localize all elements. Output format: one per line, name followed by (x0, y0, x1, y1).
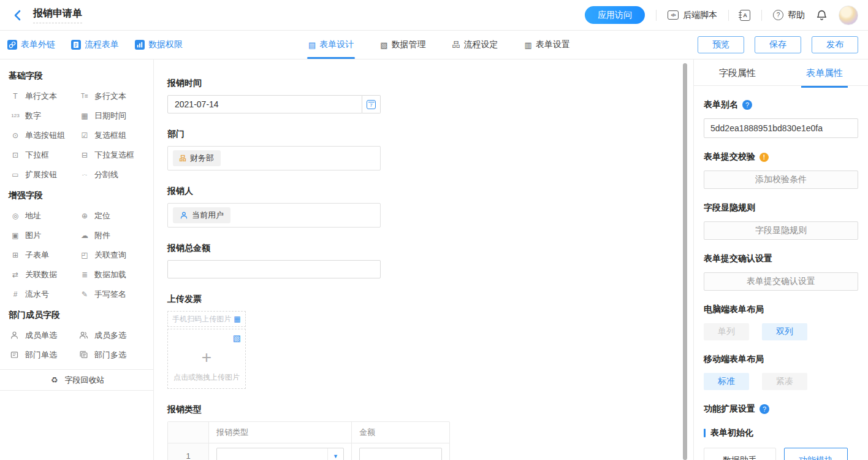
init-tab-data-assistant[interactable]: 数据助手 (704, 448, 776, 460)
expense-type-select[interactable]: ▼ (216, 448, 344, 460)
section-title-dept-member-fields: 部门成员字段 (0, 300, 153, 329)
form-field-amount[interactable]: 报销总金额 (167, 243, 381, 278)
field-item-radio-group[interactable]: ⊙单选按钮组 (10, 129, 79, 141)
field-item-select[interactable]: ⊡下拉框 (10, 149, 79, 161)
date-picker-button[interactable]: 7 (362, 95, 381, 113)
field-label: 报销总金额 (167, 243, 381, 254)
tab-data-manage[interactable]: ▧ 数据管理 (380, 31, 425, 59)
amount-input[interactable] (167, 260, 381, 278)
member-tag: 当前用户 (173, 207, 230, 223)
properties-panel: 字段属性 表单属性 表单别名 ? 表单提交校验 ! 添加校验条件 字段显隐规则 … (693, 59, 868, 460)
field-item-dept-multi[interactable]: 部门多选 (79, 349, 148, 361)
help-icon[interactable]: ? (742, 100, 752, 110)
field-item-member-single[interactable]: 成员单选 (10, 329, 79, 341)
form-field-invoice-upload[interactable]: 上传发票 手机扫码上传图片 ▦ ▧ + 点击或拖拽上传图片 (167, 294, 381, 389)
flow-form-button[interactable]: 流程表单 (71, 39, 119, 50)
field-item-single-line-text[interactable]: T单行文本 (10, 90, 79, 102)
field-item-linked-query[interactable]: ◰关联查询 (79, 249, 148, 261)
tab-form-setting[interactable]: ▥ 表单设置 (525, 31, 570, 59)
dept-picker[interactable]: 品 财务部 (167, 146, 381, 171)
field-item-multi-line-text[interactable]: T≡多行文本 (79, 90, 148, 102)
member-picker[interactable]: 当前用户 (167, 203, 381, 228)
mobile-layout-compact[interactable]: 紧凑 (762, 373, 807, 390)
field-item-checkbox-group[interactable]: ☑复选框组 (79, 129, 148, 141)
field-item-attachment[interactable]: ☁附件 (79, 229, 148, 241)
tab-form-properties[interactable]: 表单属性 (781, 59, 868, 85)
index-header-cell (168, 422, 209, 443)
save-button[interactable]: 保存 (755, 36, 801, 53)
address-icon: ◎ (10, 211, 21, 221)
notification-button[interactable] (816, 9, 828, 21)
form-field-member[interactable]: 报销人 当前用户 (167, 186, 381, 228)
field-label: 报销类型 (167, 404, 381, 415)
tab-field-properties[interactable]: 字段属性 (694, 59, 781, 85)
number-icon: 123 (10, 111, 21, 121)
select-icon: ⊡ (10, 150, 21, 160)
qr-code-icon: ▦ (234, 315, 240, 323)
back-button[interactable] (10, 8, 25, 23)
subform-table: 报销类型 金额 1 ▼ (167, 421, 450, 460)
form-init-label: 表单初始化 (704, 427, 858, 439)
field-item-number[interactable]: 123数字 (10, 110, 79, 121)
field-visibility-button[interactable]: 字段显隐规则 (704, 221, 858, 240)
help-icon[interactable]: ? (760, 404, 769, 414)
form-external-link-button[interactable]: 表单外链 (7, 39, 55, 50)
form-designer-app: 报销申请单 应用访问 </> 后端脚本 A ? 帮助 (0, 0, 868, 460)
field-item-linked-data[interactable]: ⇄关联数据 (10, 269, 79, 280)
form-alias-input[interactable] (704, 118, 858, 138)
field-item-location[interactable]: ⊕定位 (79, 210, 148, 221)
field-item-subform[interactable]: ⊞子表单 (10, 249, 79, 261)
recycle-icon: ♻ (49, 375, 60, 385)
field-label: 报销时间 (167, 78, 381, 89)
field-item-dept-single[interactable]: 部门单选 (10, 349, 79, 361)
person-icon (180, 211, 188, 220)
multi-select-icon: ⊟ (79, 150, 90, 160)
preview-button[interactable]: 预览 (698, 36, 744, 53)
data-permission-button[interactable]: 数据权限 (135, 39, 183, 50)
app-access-button[interactable]: 应用访问 (585, 6, 645, 24)
dept-multi-icon (79, 350, 90, 359)
scan-qr-upload-button[interactable]: 手机扫码上传图片 ▦ (167, 311, 246, 327)
avatar[interactable] (839, 6, 858, 25)
org-tree-icon: 品 (180, 155, 186, 162)
publish-button[interactable]: 发布 (812, 36, 858, 53)
image-upload-dropzone[interactable]: ▧ + 点击或拖拽上传图片 (167, 329, 246, 389)
submit-check-label: 表单提交校验 ! (704, 151, 858, 163)
canvas-scrollbar[interactable] (683, 63, 687, 460)
field-item-address[interactable]: ◎地址 (10, 210, 79, 221)
field-item-extend-button[interactable]: ▭扩展按钮 (10, 169, 79, 180)
calendar-icon: 7 (367, 100, 376, 109)
subform-row: 1 ▼ (168, 443, 449, 460)
form-field-date[interactable]: 报销时间 2021-07-14 7 (167, 78, 381, 113)
form-field-dept[interactable]: 部门 品 财务部 (167, 129, 381, 171)
form-alias-label: 表单别名 ? (704, 99, 858, 110)
dept-tag: 品 财务部 (173, 150, 221, 166)
datetime-icon: ▦ (79, 111, 90, 121)
amount-cell-input[interactable] (359, 448, 442, 460)
field-item-serial-number[interactable]: #流水号 (10, 288, 79, 300)
field-item-divider[interactable]: -·-分割线 (79, 169, 148, 180)
backend-script-button[interactable]: </> 后端脚本 (668, 10, 717, 21)
date-input[interactable]: 2021-07-14 (167, 95, 362, 113)
field-item-image[interactable]: ▣图片 (10, 229, 79, 241)
divider (761, 10, 762, 21)
glossary-button[interactable]: A (740, 10, 750, 21)
form-field-subform[interactable]: 报销类型 报销类型 金额 1 ▼ (167, 404, 381, 460)
field-recycle-bin[interactable]: ♻ 字段回收站 (0, 369, 153, 391)
help-button[interactable]: ? 帮助 (773, 10, 805, 21)
pc-layout-single-column[interactable]: 单列 (704, 323, 749, 340)
field-item-member-multi[interactable]: 成员多选 (79, 329, 148, 341)
pc-layout-double-column[interactable]: 双列 (762, 323, 807, 340)
submit-confirm-button[interactable]: 表单提交确认设置 (704, 272, 858, 291)
tab-flow-setting[interactable]: 品 流程设定 (452, 31, 498, 59)
field-item-signature[interactable]: ✎手写签名 (79, 288, 148, 300)
plus-icon: + (168, 348, 245, 367)
add-check-condition-button[interactable]: 添加校验条件 (704, 171, 858, 189)
init-tab-function-module[interactable]: 功能模块 (784, 448, 848, 460)
form-setting-icon: ▥ (525, 40, 532, 50)
field-item-multi-select[interactable]: ⊟下拉复选框 (79, 149, 148, 161)
tab-form-design[interactable]: ▤ 表单设计 (308, 31, 354, 59)
mobile-layout-standard[interactable]: 标准 (704, 373, 749, 390)
field-item-datetime[interactable]: ▦日期时间 (79, 110, 148, 121)
field-item-data-load[interactable]: ≣数据加载 (79, 269, 148, 280)
